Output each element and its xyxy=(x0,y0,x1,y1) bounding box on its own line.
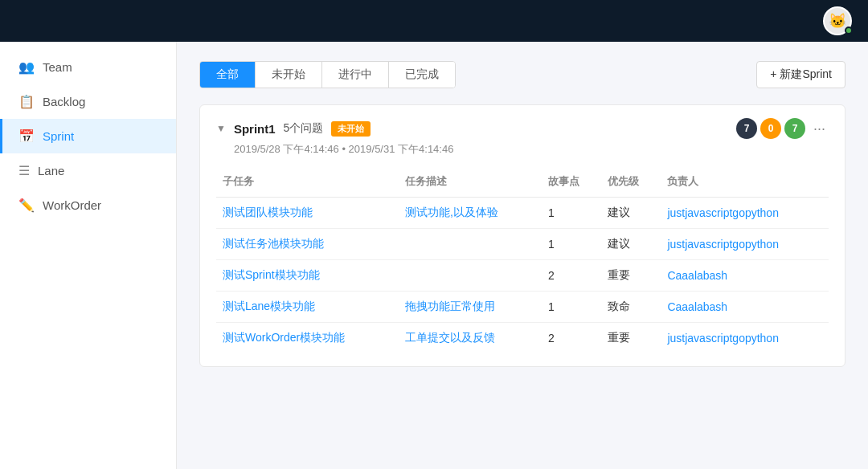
new-sprint-button[interactable]: + 新建Sprint xyxy=(756,61,845,88)
owner-cell: Caaalabash xyxy=(661,260,829,292)
points-cell: 1 xyxy=(542,198,601,229)
owner-link[interactable]: Caaalabash xyxy=(667,269,727,282)
points-cell: 1 xyxy=(542,292,601,323)
task-cell: 测试任务池模块功能 xyxy=(216,229,399,260)
desc-cell xyxy=(399,229,542,260)
owner-link[interactable]: justjavascriptgopython xyxy=(667,206,779,219)
desc-cell: 工单提交以及反馈 xyxy=(399,323,542,354)
task-link[interactable]: 测试WorkOrder模块功能 xyxy=(223,331,345,344)
priority-cell: 致命 xyxy=(601,292,661,323)
points-cell: 2 xyxy=(542,260,601,292)
desc-link[interactable]: 测试功能,以及体验 xyxy=(405,206,498,218)
tab-group: 全部未开始进行中已完成 xyxy=(199,61,456,88)
table-column-header: 负责人 xyxy=(661,169,829,198)
sprint-circle-badge: 7 xyxy=(784,118,805,139)
workorder-icon: ✏️ xyxy=(18,198,35,213)
backlog-icon: 📋 xyxy=(18,94,35,109)
task-link[interactable]: 测试任务池模块功能 xyxy=(223,237,324,250)
sprint-circle-badge: 0 xyxy=(760,118,781,139)
lane-icon: ☰ xyxy=(18,163,30,178)
tab-bar: 全部未开始进行中已完成 + 新建Sprint xyxy=(199,61,845,88)
sidebar-label-workorder: WorkOrder xyxy=(43,198,101,212)
table-column-header: 故事点 xyxy=(542,169,601,198)
task-cell: 测试WorkOrder模块功能 xyxy=(216,323,399,354)
task-link[interactable]: 测试团队模块功能 xyxy=(223,206,313,218)
sidebar-item-workorder[interactable]: ✏️ WorkOrder xyxy=(0,188,176,222)
table-column-header: 优先级 xyxy=(601,169,661,198)
sprint-table: 子任务任务描述故事点优先级负责人 测试团队模块功能测试功能,以及体验1建议jus… xyxy=(216,169,829,353)
user-avatar[interactable]: 🐱 xyxy=(823,6,852,35)
sprint-card: ▼ Sprint1 5个问题 未开始 707 ··· 2019/5/28 下午4… xyxy=(199,104,845,367)
main-content: 全部未开始进行中已完成 + 新建Sprint ▼ Sprint1 5个问题 未开… xyxy=(177,42,868,469)
tab-done[interactable]: 已完成 xyxy=(389,62,455,88)
desc-link[interactable]: 拖拽功能正常使用 xyxy=(405,300,495,312)
table-column-header: 任务描述 xyxy=(399,169,542,198)
tab-not-started[interactable]: 未开始 xyxy=(256,62,322,88)
main-layout: 👥 Team 📋 Backlog 📅 Sprint ☰ Lane ✏️ Work… xyxy=(0,42,868,469)
desc-link[interactable]: 工单提交以及反馈 xyxy=(405,331,495,344)
points-cell: 2 xyxy=(542,323,601,354)
table-row: 测试Lane模块功能拖拽功能正常使用1致命Caaalabash xyxy=(216,292,829,323)
tab-in-progress[interactable]: 进行中 xyxy=(322,62,389,88)
sprint-date: 2019/5/28 下午4:14:46 • 2019/5/31 下午4:14:4… xyxy=(234,142,829,157)
sidebar: 👥 Team 📋 Backlog 📅 Sprint ☰ Lane ✏️ Work… xyxy=(0,42,177,469)
sprint-chevron-icon[interactable]: ▼ xyxy=(216,123,226,134)
task-cell: 测试Lane模块功能 xyxy=(216,292,399,323)
table-row: 测试Sprint模块功能2重要Caaalabash xyxy=(216,260,829,292)
owner-cell: Caaalabash xyxy=(661,292,829,323)
priority-cell: 建议 xyxy=(601,229,661,260)
sprint-circle-badge: 7 xyxy=(736,118,757,139)
owner-link[interactable]: justjavascriptgopython xyxy=(667,238,779,251)
table-row: 测试任务池模块功能1建议justjavascriptgopython xyxy=(216,229,829,260)
table-column-header: 子任务 xyxy=(216,169,399,198)
navbar: 🐱 xyxy=(0,0,868,42)
online-indicator xyxy=(845,27,853,35)
task-link[interactable]: 测试Sprint模块功能 xyxy=(223,268,320,281)
table-row: 测试团队模块功能测试功能,以及体验1建议justjavascriptgopyth… xyxy=(216,198,829,229)
desc-cell xyxy=(399,260,542,292)
owner-cell: justjavascriptgopython xyxy=(661,198,829,229)
more-options-button[interactable]: ··· xyxy=(810,120,829,137)
points-cell: 1 xyxy=(542,229,601,260)
task-cell: 测试团队模块功能 xyxy=(216,198,399,229)
desc-cell: 拖拽功能正常使用 xyxy=(399,292,542,323)
sidebar-label-team: Team xyxy=(43,60,72,74)
sidebar-item-sprint[interactable]: 📅 Sprint xyxy=(0,119,176,153)
sprint-count: 5个问题 xyxy=(284,121,324,136)
tab-all[interactable]: 全部 xyxy=(200,62,256,88)
sidebar-item-backlog[interactable]: 📋 Backlog xyxy=(0,84,176,119)
task-link[interactable]: 测试Lane模块功能 xyxy=(223,300,315,312)
desc-cell: 测试功能,以及体验 xyxy=(399,198,542,229)
team-icon: 👥 xyxy=(18,59,35,75)
owner-link[interactable]: justjavascriptgopython xyxy=(667,332,779,345)
sprint-header: ▼ Sprint1 5个问题 未开始 707 ··· xyxy=(216,118,829,139)
sidebar-label-backlog: Backlog xyxy=(43,95,85,108)
table-row: 测试WorkOrder模块功能工单提交以及反馈2重要justjavascript… xyxy=(216,323,829,354)
task-cell: 测试Sprint模块功能 xyxy=(216,260,399,292)
priority-cell: 重要 xyxy=(601,260,661,292)
owner-link[interactable]: Caaalabash xyxy=(667,300,727,313)
owner-cell: justjavascriptgopython xyxy=(661,229,829,260)
sidebar-label-lane: Lane xyxy=(38,164,64,177)
sprint-status-badge: 未开始 xyxy=(331,121,371,137)
priority-cell: 建议 xyxy=(601,198,661,229)
sidebar-label-sprint: Sprint xyxy=(43,129,74,143)
sprint-title: Sprint1 xyxy=(234,122,276,136)
sidebar-item-lane[interactable]: ☰ Lane xyxy=(0,153,176,188)
sprint-actions: 707 ··· xyxy=(736,118,829,139)
sprint-icon: 📅 xyxy=(18,128,35,144)
sidebar-item-team[interactable]: 👥 Team xyxy=(0,50,176,84)
owner-cell: justjavascriptgopython xyxy=(661,323,829,354)
priority-cell: 重要 xyxy=(601,323,661,354)
